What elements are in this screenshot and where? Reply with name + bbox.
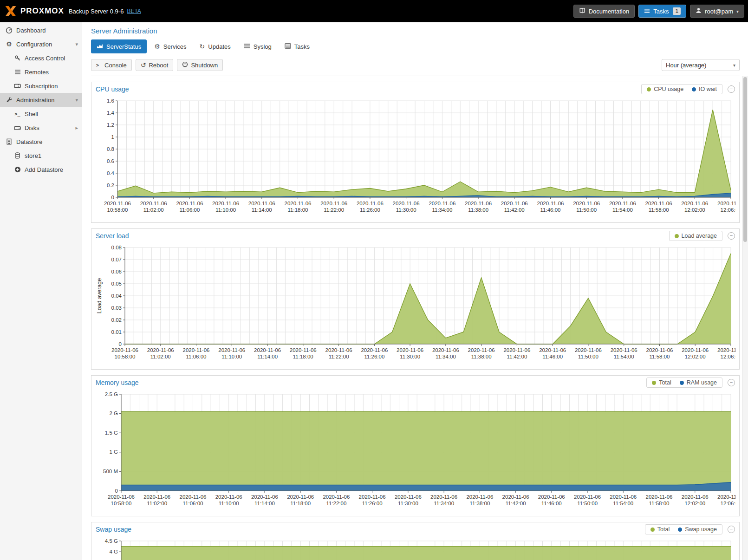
tasks-badge: 1 (673, 7, 681, 15)
svg-text:11:46:00: 11:46:00 (542, 354, 563, 359)
svg-text:2020-11-06: 2020-11-06 (285, 201, 312, 206)
svg-text:2020-11-06: 2020-11-06 (147, 347, 174, 353)
svg-text:2020-11-06: 2020-11-06 (140, 201, 167, 206)
sidebar-item-datastore[interactable]: Datastore (0, 135, 82, 149)
sidebar: Dashboard ⚙ Configuration ▾ Access Contr… (0, 22, 82, 560)
svg-text:11:06:00: 11:06:00 (186, 354, 207, 359)
svg-text:11:30:00: 11:30:00 (396, 207, 416, 213)
svg-text:11:22:00: 11:22:00 (326, 501, 346, 506)
svg-text:1: 1 (111, 134, 114, 140)
wrench-icon (5, 97, 13, 103)
svg-text:11:10:00: 11:10:00 (221, 354, 242, 359)
svg-text:2020-11-06: 2020-11-06 (320, 201, 347, 206)
svg-text:0.8: 0.8 (107, 146, 114, 152)
chevron-right-icon: ▸ (75, 125, 78, 131)
svg-text:2020-11-06: 2020-11-06 (573, 201, 600, 206)
svg-text:11:30:00: 11:30:00 (400, 354, 420, 359)
svg-text:11:02:00: 11:02:00 (143, 207, 164, 213)
tab-services[interactable]: ⚙ Services (149, 39, 192, 53)
gear-icon: ⚙ (5, 41, 13, 47)
tasks-button[interactable]: Tasks 1 (638, 5, 686, 18)
svg-text:2 G: 2 G (109, 410, 118, 416)
svg-text:2020-11-06: 2020-11-06 (359, 494, 386, 500)
svg-text:11:54:00: 11:54:00 (614, 354, 634, 359)
svg-text:0.01: 0.01 (111, 329, 122, 335)
svg-text:11:54:00: 11:54:00 (612, 207, 633, 213)
shutdown-button[interactable]: Shutdown (177, 59, 223, 71)
svg-text:11:54:00: 11:54:00 (613, 501, 633, 506)
reboot-button[interactable]: ↺ Reboot (136, 59, 174, 71)
svg-text:2020-11-06: 2020-11-06 (357, 201, 384, 206)
legend-dot (680, 381, 684, 385)
svg-text:2020-11-06: 2020-11-06 (717, 347, 735, 353)
tab-tasks[interactable]: Tasks (279, 39, 315, 53)
svg-text:11:26:00: 11:26:00 (360, 207, 380, 213)
svg-text:2020-11-06: 2020-11-06 (682, 494, 709, 500)
svg-text:2020-11-06: 2020-11-06 (609, 201, 636, 206)
svg-text:0.08: 0.08 (111, 245, 122, 250)
svg-text:2020-11-06: 2020-11-06 (395, 494, 422, 500)
time-range-select[interactable]: Hour (average) ▾ (662, 59, 740, 71)
svg-text:2020-11-06: 2020-11-06 (682, 347, 709, 353)
documentation-button[interactable]: Documentation (573, 5, 635, 18)
tab-serverstatus[interactable]: ServerStatus (91, 39, 147, 53)
svg-text:11:30:00: 11:30:00 (398, 501, 418, 506)
svg-text:2020-11-06: 2020-11-06 (646, 494, 673, 500)
sidebar-item-store1[interactable]: store1 (0, 149, 82, 163)
svg-text:11:22:00: 11:22:00 (324, 207, 344, 213)
svg-text:0.02: 0.02 (111, 317, 122, 323)
svg-text:2020-11-06: 2020-11-06 (539, 347, 566, 353)
chevron-down-icon: ▾ (733, 63, 735, 68)
tab-syslog[interactable]: Syslog (238, 39, 277, 53)
svg-text:2020-11-06: 2020-11-06 (574, 494, 601, 500)
cpu-usage-chart: 00.20.40.60.811.21.41.62020-11-0610:58:0… (95, 97, 735, 219)
beta-link[interactable]: BETA (127, 8, 141, 14)
scrollbar-thumb[interactable] (743, 77, 747, 242)
svg-text:11:26:00: 11:26:00 (362, 501, 383, 506)
svg-text:11:06:00: 11:06:00 (179, 207, 200, 213)
building-icon (5, 138, 13, 145)
ticket-icon (13, 83, 22, 89)
svg-text:11:50:00: 11:50:00 (576, 207, 597, 213)
list-icon (244, 43, 250, 50)
sidebar-item-dashboard[interactable]: Dashboard (0, 23, 82, 37)
svg-text:0: 0 (119, 341, 122, 347)
chevron-down-icon: ▾ (75, 41, 78, 47)
svg-text:12:06:00: 12:06:00 (721, 501, 735, 506)
user-menu-button[interactable]: root@pam ▾ (690, 5, 744, 18)
main-content: Server Administration ServerStatus ⚙ Ser… (83, 22, 748, 560)
legend: CPU usage IO wait (641, 84, 722, 94)
svg-text:2020-11-06: 2020-11-06 (180, 494, 207, 500)
sidebar-item-access-control[interactable]: Access Control (0, 51, 82, 65)
brand-name: PROXMOX (20, 7, 64, 16)
collapse-button[interactable]: − (728, 232, 735, 240)
scrollbar[interactable] (742, 76, 748, 560)
svg-text:2020-11-06: 2020-11-06 (111, 347, 138, 353)
sidebar-item-shell[interactable]: >_ Shell (0, 107, 82, 121)
svg-text:11:18:00: 11:18:00 (288, 207, 308, 213)
svg-text:0.6: 0.6 (107, 158, 114, 164)
task-list-icon (644, 8, 650, 15)
sidebar-item-remotes[interactable]: Remotes (0, 65, 82, 79)
collapse-button[interactable]: − (728, 526, 735, 533)
svg-text:2020-11-06: 2020-11-06 (212, 201, 239, 206)
svg-text:12:02:00: 12:02:00 (684, 207, 705, 213)
tab-updates[interactable]: ↻ Updates (194, 39, 236, 53)
legend-dot (652, 381, 656, 385)
svg-text:2020-11-06: 2020-11-06 (468, 347, 495, 353)
sidebar-item-administration[interactable]: Administration ▾ (0, 93, 82, 107)
sidebar-item-subscription[interactable]: Subscription (0, 79, 82, 93)
sidebar-item-add-datastore[interactable]: Add Datastore (0, 163, 82, 176)
svg-text:11:26:00: 11:26:00 (364, 354, 384, 359)
sidebar-item-configuration[interactable]: ⚙ Configuration ▾ (0, 37, 82, 51)
sidebar-item-disks[interactable]: Disks ▸ (0, 121, 82, 135)
database-icon (13, 152, 22, 159)
legend-dot (647, 87, 651, 91)
console-button[interactable]: >_ Console (91, 59, 132, 71)
swap-usage-panel: Swap usage Total Swap usage − 0500 M1 G1… (91, 522, 740, 560)
svg-text:0.2: 0.2 (107, 182, 114, 188)
add-circle-icon (13, 166, 22, 173)
collapse-button[interactable]: − (728, 85, 735, 93)
collapse-button[interactable]: − (728, 379, 735, 386)
terminal-icon: >_ (96, 63, 102, 68)
